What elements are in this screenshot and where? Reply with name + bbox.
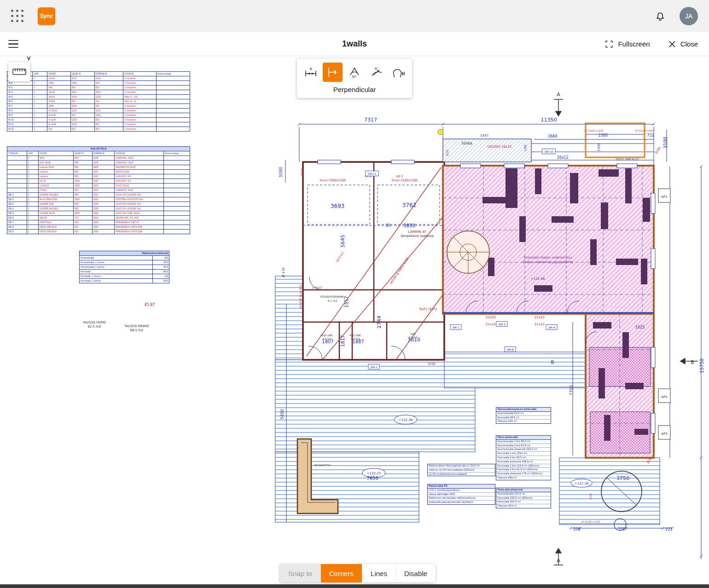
snap-corners-button[interactable]: Corners — [320, 564, 362, 582]
plan-label: KESÄKEITTIÖ — [314, 463, 331, 467]
table-row: W-1221x12211012101-ruutuinen — [7, 76, 190, 81]
plan-label: VAR — [411, 333, 416, 335]
close-button[interactable]: Close — [668, 40, 698, 48]
table-row: Kerrosala148.5 — [80, 270, 169, 274]
plan-label: 9x21 (E15) — [419, 307, 437, 311]
plan-label: +122.38 — [399, 418, 413, 422]
plan-label: 5645 — [340, 235, 346, 248]
perpendicular-dimension-tool[interactable] — [323, 63, 343, 82]
plan-label: A — [557, 558, 560, 564]
table-row: Kerrosala, 1. kerros119 — [80, 274, 169, 279]
plan-label: O 9x21 — [312, 286, 322, 289]
table-row: DE-11UO30SF 9x21(E1)9052110ULKO-OVI UO30… — [7, 193, 190, 197]
plan-label: SM-8 — [507, 348, 514, 351]
measure-tool-button[interactable]: V — [8, 62, 30, 81]
floor-plan-canvas[interactable]: 7317113503100157501090549036933762385350… — [0, 56, 709, 584]
close-icon — [668, 40, 676, 48]
plan-label: 3750 — [616, 475, 629, 481]
garage-building — [303, 160, 444, 360]
radius-dimension-tool[interactable]: R — [366, 63, 387, 82]
plan-label: 11350 — [541, 117, 557, 123]
plan-label: 5.1 m2 — [327, 299, 337, 302]
plan-label: Soidex vedeneristysjärjestelmä — [523, 260, 573, 264]
plan-label: SM-2 — [371, 365, 378, 369]
plan-label: SM-3 — [499, 323, 506, 326]
table-row: 1Liukuovi 9x198901905SAUNAN OVI 9x19 — [7, 165, 190, 170]
snap-disable-button[interactable]: Disable — [395, 564, 436, 582]
plan-label: PUU VAR. — [349, 334, 361, 337]
table-row: 1LO 1212002110LIUKUOVI, 9,4 — [7, 179, 190, 184]
angle-dimension-tool[interactable]: 60° — [344, 63, 365, 82]
table-row: 1O 9x219102110LAAKAOVI, 9x21 — [7, 188, 190, 193]
plan-label: 1557 — [344, 296, 349, 307]
plan-label: 21x23 — [535, 316, 545, 319]
svg-text:R: R — [375, 67, 378, 71]
app-bar: Sync JA — [0, 0, 709, 32]
schedule-table: Rakennuksen pinta-alatHuoneistoala150Huo… — [79, 251, 169, 283]
plan-label: EI30 — [655, 146, 662, 154]
plan-label: 1025 — [635, 325, 645, 329]
aligned-dimension-tool[interactable]: a — [301, 63, 321, 82]
user-avatar[interactable]: JA — [680, 7, 698, 25]
plan-info-box: Pinta-alat yhteensä:Huoneistoala 212.5 m… — [496, 488, 551, 508]
snap-lines-button[interactable]: Lines — [362, 564, 395, 582]
svg-text:a: a — [309, 66, 312, 71]
table-row: W-62A-5x4510410Parvi (1...6) — [7, 99, 190, 104]
dimension-tool-palette: a 60° R — [297, 59, 412, 98]
sync-logo[interactable]: Sync — [38, 7, 55, 25]
radius-dimension-icon: R — [370, 66, 384, 78]
notifications-bell-icon[interactable] — [655, 11, 666, 22]
plan-label: 3762 — [402, 202, 417, 208]
door-schedule-table: OVILUETTELOTUNNUSLKMKOODILEVEYSKORKEUSKU… — [7, 146, 190, 234]
active-tool-label: Perpendicular — [301, 86, 408, 93]
table-row: Huoneistoala, 2. kerros54.5 — [80, 265, 169, 270]
plan-label: 16x12 — [557, 156, 568, 160]
perpendicular-dimension-icon — [325, 66, 339, 78]
table-row: W-1219x45104101-ruutuinen — [7, 127, 190, 132]
plan-label: 7655 — [366, 476, 378, 481]
fullscreen-label: Fullscreen — [618, 40, 650, 48]
table-row: Kerrosala, 2. kerros66.5 — [80, 279, 169, 283]
plan-label: IO575 14M 9x23 — [616, 157, 639, 161]
apps-grid-icon[interactable] — [11, 10, 24, 23]
plan-label: 68.5 m2 — [130, 329, 143, 332]
plan-info-box: Talousrakennuksen pinta-alat:Huoneistoal… — [496, 407, 551, 424]
table-row: W-101A-12x612106101-ruutuinen — [7, 118, 190, 122]
plan-label: 208 — [573, 527, 580, 531]
table-row: 1LO15x2315002300ALKIO 10x21 — [7, 184, 190, 188]
plan-label: 1300 — [597, 143, 601, 151]
plan-label: Ø 170 — [282, 267, 285, 277]
document-title: 1walls — [0, 39, 709, 49]
close-label: Close — [680, 40, 698, 48]
plan-label: 2744 — [376, 316, 382, 329]
fullscreen-button[interactable]: Fullscreen — [605, 40, 650, 48]
plan-label: 1380 — [523, 144, 527, 151]
survey-point — [438, 129, 443, 135]
table-row: 1Liukuovi9052110LIUKUOVI, 9,4 — [7, 174, 190, 179]
menu-icon[interactable] — [8, 40, 18, 48]
plan-label: SM-10 — [545, 150, 553, 153]
plan-label: EI30 — [589, 493, 592, 499]
plan-label: 45.87 — [145, 303, 155, 307]
plan-label: LÄMMIN AT — [408, 230, 427, 234]
plan-label: EI30 — [301, 168, 304, 175]
plan-label: AP2 — [661, 395, 667, 399]
table-row: DE-41UO30SF 9x21(E1)9052105ULKO-OVI UO30… — [7, 207, 190, 211]
table-row: 1Liukuovi8202110ALKIO 10x21 — [7, 170, 190, 174]
plan-label: SM-4 — [548, 326, 555, 329]
ramp-luiska — [443, 139, 531, 162]
plan-label: 9.1 m2 — [408, 336, 417, 339]
plan-label: +122.48 — [531, 277, 545, 281]
plan-label: 5347 — [480, 134, 488, 138]
table-row: W-111A-14x814108101-ruutuinen — [7, 122, 190, 127]
table-row: Huoneistoala150 — [80, 256, 169, 260]
arc-dimension-tool[interactable] — [388, 63, 408, 82]
detail-markers — [658, 189, 670, 439]
plan-label: N-ovi 2500x2100 — [392, 179, 418, 182]
plan-label: EI30 — [428, 362, 435, 366]
plan-info-box: Rakennuksen likuunapinta-ala on 30,6 m²,… — [427, 464, 495, 476]
plan-label: AP3 — [661, 432, 667, 436]
plan-label: 751 — [647, 133, 654, 138]
table-row: DE-81IO575 14M 9x239102300PARVEKEOVI IO5… — [7, 225, 190, 230]
schedule-table: TUNNUSLKMKOODILEVEYSKORKEUSKUVAUSKomment… — [7, 71, 190, 132]
